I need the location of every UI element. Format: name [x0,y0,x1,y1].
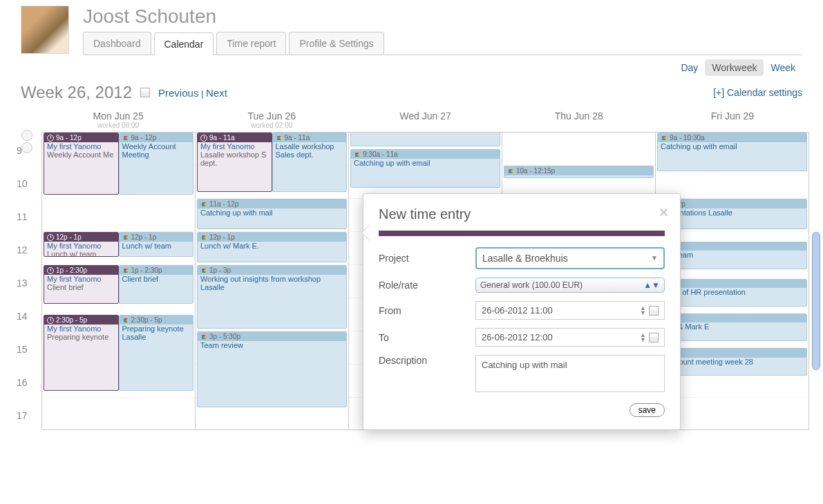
day-header: Fri Jun 29 [656,108,809,132]
view-week[interactable]: Week [764,59,802,76]
calendar-event[interactable]: 12p - 1pMy first YanomoLunch w/ team [44,232,119,257]
close-icon[interactable]: ✕ [659,205,669,220]
hour-label: 12 [14,244,40,278]
modal-accent-bar [379,231,665,236]
to-datetime-input[interactable]: 26-06-2012 12:00▲▼ [475,328,665,347]
tag-icon [202,269,206,273]
next-week-link[interactable]: Next [206,87,227,99]
clock-icon [200,135,207,142]
hour-label: 9 [14,145,40,178]
day-header: Thu Jun 28 [502,108,656,132]
hour-label: 16 [14,377,40,410]
calendar-event[interactable]: 9:30a - 11aCatching up with email [350,149,500,188]
calendar-event[interactable]: 9a - 10:30aCatching up with email [657,133,807,171]
role-select[interactable]: General work (100.00 EUR) ▲▼ [475,278,665,293]
user-name: Joost Schouten [83,6,802,28]
tag-icon [124,269,128,273]
zoom-in-icon[interactable] [21,130,32,141]
day-header: Mon Jun 25worked 08:00 [41,108,195,132]
to-label: To [379,332,475,343]
day-header: Wed Jun 27 [348,108,502,132]
calendar-event[interactable]: 3p - 5:30pTeam review [197,331,347,407]
calendar-event[interactable]: 9a - 12pWeekly Account Meeting [119,133,194,195]
clock-icon [47,135,54,142]
calendar-event[interactable]: 8:30a - 9:30aCoffee with Jason [350,133,500,146]
calendar-event[interactable]: 1p - 3pWorking out insights from worksho… [197,265,347,329]
hour-label: 13 [14,278,40,311]
calendar-event[interactable]: 12p - 1pLunch w/ team [119,232,194,257]
clock-icon [47,234,54,241]
hour-label: 15 [14,344,40,377]
description-label: Description [379,355,475,366]
avatar [21,6,69,54]
tab-time-report[interactable]: Time report [216,32,286,55]
tag-icon [202,335,206,339]
tag-icon [124,235,128,240]
calendar-event[interactable]: 1p - 2:30pMy first YanomoClient brief [44,265,119,304]
hour-label: 14 [14,311,40,344]
week-title: Week 26, 2012 [21,83,132,102]
view-workweek[interactable]: Workweek [705,59,764,76]
calendar-event[interactable]: 9a - 11aLasalle workshop Sales dept. [272,133,348,192]
project-combo[interactable]: Lasalle & Broekhuis [475,247,665,269]
tab-dashboard[interactable]: Dashboard [83,32,151,55]
description-textarea[interactable]: Catching up with mail [475,355,665,392]
hour-label: 17 [14,410,40,430]
day-column-tue[interactable]: 9a - 11aMy first YanomoLasalle workshop … [196,133,349,429]
view-switch: DayWorkweekWeek [674,59,802,76]
tab-profile-settings[interactable]: Profile & Settings [289,32,384,55]
calendar-settings-link[interactable]: [+] Calendar settings [713,87,802,98]
calendar-event[interactable]: 2:30p - 5pPreparing keynote Lasalle [119,315,194,391]
calendar-event[interactable]: 1p - 2:30pClient brief [119,265,194,304]
tab-calendar[interactable]: Calendar [154,32,214,55]
calendar-icon[interactable] [649,306,659,316]
calendar-event[interactable]: 9a - 11aMy first YanomoLasalle workshop … [197,133,272,192]
tag-icon [277,136,281,140]
tag-icon [124,318,128,322]
vertical-scrollbar[interactable] [812,232,820,370]
day-header: Tue Jun 26worked 02:00 [195,108,348,132]
project-label: Project [379,253,475,264]
clock-icon [47,317,54,324]
view-day[interactable]: Day [674,59,705,76]
calendar-picker-icon[interactable] [140,88,150,97]
tag-icon [124,136,128,140]
from-datetime-input[interactable]: 26-06-2012 11:00▲▼ [475,301,665,320]
tag-icon [202,202,206,206]
calendar-event[interactable]: 2:30p - 5pMy first YanomoPreparing keyno… [44,315,119,391]
clock-icon [47,267,54,274]
main-tabs: DashboardCalendarTime reportProfile & Se… [83,32,802,55]
tag-icon [662,136,666,140]
prev-week-link[interactable]: Previous [158,87,198,99]
calendar-icon[interactable] [649,333,659,342]
tag-icon [202,235,206,240]
tag-icon [355,153,359,157]
calendar-event[interactable]: 11a - 12pCatching up with mail [197,199,347,229]
hour-label: 11 [14,211,40,244]
modal-title: New time entry [379,206,665,222]
day-column-mon[interactable]: 9a - 12pMy first YanomoWeekly Account Me… [42,133,196,429]
new-time-entry-modal: ✕ New time entry Project Lasalle & Broek… [363,193,681,430]
save-button[interactable]: save [630,403,665,417]
role-label: Role/rate [379,280,475,291]
from-label: From [379,305,475,316]
calendar-event[interactable]: 10a - 12:15p [504,166,654,178]
tag-icon [509,169,513,173]
calendar-event[interactable]: 12p - 1pLunch w/ Mark E. [197,232,347,262]
hour-label: 10 [14,178,40,211]
calendar-event[interactable]: 9a - 12pMy first YanomoWeekly Account Me [44,133,119,195]
